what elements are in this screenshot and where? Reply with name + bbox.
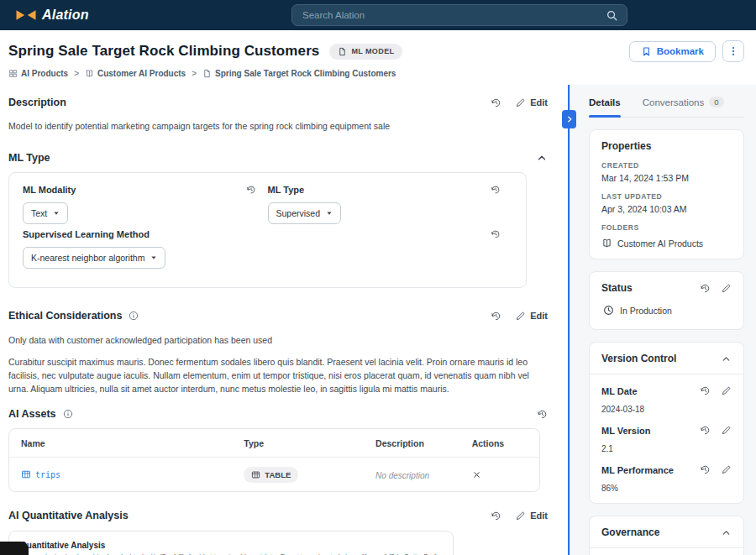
ethical-note: Only data with customer acknowledged par…	[8, 333, 548, 347]
column-header-type: Type	[244, 438, 375, 448]
edit-label: Edit	[530, 311, 548, 321]
breadcrumb-item-ai-products[interactable]: AI Products	[8, 69, 68, 78]
history-icon[interactable]	[491, 229, 501, 239]
tab-conversations-label: Conversations	[643, 97, 705, 107]
tab-details-label: Details	[589, 97, 621, 107]
more-options-button[interactable]	[722, 40, 744, 62]
breadcrumb-separator: >	[192, 69, 197, 78]
asset-link-trips[interactable]: trips	[21, 469, 244, 479]
tab-conversations[interactable]: Conversations 0	[643, 97, 724, 117]
slm-select[interactable]: K-nearest neighbor algorithm	[23, 247, 165, 269]
ml-date-field: ML Date 2024-03-18	[601, 385, 732, 414]
supervised-learning-method-field: Supervised Learning Method K-nearest nei…	[23, 229, 512, 269]
description-history-button[interactable]	[491, 97, 501, 108]
book-icon	[85, 69, 94, 78]
folders-value-row[interactable]: Customer AI Products	[601, 238, 732, 249]
column-header-name: Name	[21, 438, 244, 448]
ethical-history-button[interactable]	[491, 311, 501, 322]
history-icon[interactable]	[700, 425, 711, 436]
document-icon	[338, 47, 347, 56]
info-icon[interactable]	[63, 409, 73, 419]
breadcrumb-separator: >	[74, 69, 79, 78]
remove-asset-button[interactable]	[472, 470, 481, 479]
governance-title: Governance	[601, 526, 659, 538]
global-search[interactable]	[291, 4, 627, 26]
pencil-icon[interactable]	[721, 464, 732, 475]
quant-section-header: AI Quantitative Analysis Edit	[8, 510, 548, 521]
history-icon[interactable]	[700, 464, 711, 475]
ai-assets-history-button[interactable]	[537, 409, 548, 420]
chevron-up-icon	[536, 152, 548, 164]
breadcrumb-label: Spring Sale Target Rock Climbing Custome…	[215, 69, 396, 78]
ml-type-collapse-button[interactable]	[536, 152, 548, 164]
history-icon[interactable]	[491, 185, 501, 195]
bookmark-icon	[641, 46, 652, 57]
ai-assets-section-header: AI Assets	[8, 408, 548, 420]
quantitative-analysis-card: Quantitative Analysis These graphs show …	[8, 531, 454, 555]
description-edit-button[interactable]: Edit	[515, 97, 548, 108]
folders-value: Customer AI Products	[617, 238, 703, 249]
asset-description: No description	[375, 471, 429, 480]
search-input[interactable]	[301, 9, 606, 21]
table-row: trips TABLE No description	[9, 458, 539, 491]
main-content: Description Edit Model to identify poten…	[0, 85, 570, 555]
search-icon[interactable]	[606, 9, 618, 22]
edit-label: Edit	[530, 510, 548, 521]
governance-card: Governance AI Act Classification	[589, 516, 744, 555]
ml-type-value: Supervised	[276, 208, 321, 218]
alation-bowtie-icon	[15, 8, 37, 22]
ml-modality-label: ML Modality	[23, 185, 76, 195]
asset-name: trips	[35, 470, 60, 479]
breadcrumb-item-current-page[interactable]: Spring Sale Target Rock Climbing Custome…	[202, 69, 396, 78]
properties-card: Properties CREATED Mar 14, 2024 1:53 PM …	[589, 129, 744, 259]
properties-title: Properties	[601, 140, 732, 152]
ml-modality-select[interactable]: Text	[23, 202, 68, 224]
history-icon[interactable]	[700, 385, 711, 396]
tab-details[interactable]: Details	[589, 97, 621, 117]
pencil-icon[interactable]	[721, 425, 732, 436]
breadcrumb-label: Customer AI Products	[97, 69, 186, 78]
caret-down-icon	[150, 254, 157, 261]
description-title: Description	[8, 97, 66, 108]
ml-version-field: ML Version 2.1	[601, 425, 732, 453]
grid-icon	[8, 69, 18, 78]
edit-label: Edit	[530, 97, 548, 107]
ml-date-value: 2024-03-18	[601, 405, 732, 414]
description-text: Model to identify potential marketing ca…	[8, 119, 548, 133]
info-icon[interactable]	[129, 311, 139, 321]
ethical-edit-button[interactable]: Edit	[515, 311, 548, 322]
table-header-row: Name Type Description Actions	[9, 429, 539, 458]
chevron-right-icon	[565, 115, 574, 123]
ml-type-card: ML Modality Text ML Type Supervised	[8, 172, 527, 288]
history-icon[interactable]	[246, 185, 256, 195]
corner-overlay	[0, 542, 29, 555]
table-icon	[21, 469, 31, 479]
pencil-icon	[515, 311, 526, 322]
panel-collapse-handle[interactable]	[562, 110, 576, 128]
breadcrumb-item-customer-ai-products[interactable]: Customer AI Products	[85, 69, 186, 78]
ml-type-select[interactable]: Supervised	[268, 202, 342, 224]
slm-label: Supervised Learning Method	[23, 229, 150, 239]
history-icon[interactable]	[700, 283, 711, 294]
alation-logo[interactable]: Alation	[15, 8, 89, 23]
breadcrumb-label: AI Products	[21, 69, 68, 78]
ml-type-title: ML Type	[8, 152, 50, 164]
pencil-icon[interactable]	[721, 385, 732, 396]
quant-edit-button[interactable]: Edit	[515, 510, 548, 521]
pencil-icon	[515, 510, 526, 521]
object-type-badge: ML MODEL	[329, 44, 402, 60]
pencil-icon[interactable]	[721, 283, 732, 294]
status-value: In Production	[620, 306, 672, 316]
asset-type-label: TABLE	[265, 470, 291, 479]
bookmark-button[interactable]: Bookmark	[629, 41, 716, 62]
ml-type-section-header: ML Type	[8, 152, 548, 164]
ml-performance-value: 86%	[601, 484, 732, 493]
chevron-up-icon[interactable]	[721, 527, 732, 538]
ethical-title: Ethical Considerations	[8, 310, 122, 322]
ai-assets-title: AI Assets	[8, 408, 56, 420]
quant-history-button[interactable]	[491, 510, 501, 521]
chevron-up-icon[interactable]	[721, 353, 732, 364]
side-panel-tabs: Details Conversations 0	[589, 85, 744, 118]
kebab-icon	[727, 45, 739, 57]
chart-card-title: Quantitative Analysis	[20, 541, 442, 550]
